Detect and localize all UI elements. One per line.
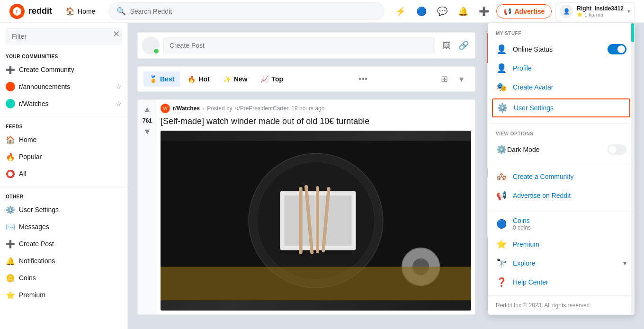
- sort-best-button[interactable]: 🏅 Best: [143, 71, 180, 87]
- sidebar-close-button[interactable]: ✕: [109, 27, 123, 41]
- dropdown-view-header: View Options: [488, 127, 634, 140]
- divider-2: [0, 186, 127, 187]
- explore-icon: 🔭: [496, 258, 507, 269]
- online-status-icon: 👤: [496, 44, 507, 55]
- dropdown-coins[interactable]: 🔵 Coins 0 coins: [488, 213, 634, 235]
- sidebar-item-user-settings[interactable]: ⚙️ User Settings: [0, 201, 127, 218]
- sidebar-item-create-post[interactable]: ➕ Create Post: [0, 235, 127, 252]
- sidebar-item-watches[interactable]: r/Watches ☆: [0, 95, 127, 112]
- post-meta: W r/Watches · Posted by u/PrePresidentCa…: [161, 104, 471, 113]
- online-status-toggle[interactable]: [608, 44, 626, 54]
- create-community-item[interactable]: ➕ Create Community: [0, 61, 127, 78]
- dark-mode-toggle[interactable]: [608, 144, 626, 155]
- add-icon-button[interactable]: ➕: [475, 3, 492, 20]
- view-toggle: ⊞ ▾: [437, 71, 469, 87]
- avatar-icon: 👤: [563, 8, 570, 15]
- explore-label: Explore: [513, 259, 617, 267]
- communities-section: YOUR COMMUNITIES: [0, 50, 127, 61]
- advertise-label: Advertise: [514, 8, 545, 15]
- sidebar-item-popular[interactable]: 🔥 Popular: [0, 148, 127, 165]
- post-posted-by: Posted by: [207, 105, 232, 112]
- image-upload-button[interactable]: 🖼: [439, 38, 454, 53]
- dropdown-user-settings[interactable]: ⚙️ User Settings: [492, 98, 630, 117]
- feed: 🖼 🔗 🏅 Best 🔥 Hot ✨ New: [137, 32, 475, 320]
- search-input[interactable]: [130, 8, 376, 15]
- sidebar-item-all[interactable]: ⭕ All: [0, 165, 127, 182]
- dropdown-profile[interactable]: 👤 Profile: [488, 59, 634, 78]
- sidebar-item-coins[interactable]: 🪙 Coins: [0, 269, 127, 286]
- svg-rect-9: [316, 187, 319, 254]
- dropdown-scrollbar[interactable]: [631, 23, 634, 314]
- create-post-input[interactable]: [163, 37, 435, 53]
- sort-more-button[interactable]: •••: [356, 71, 371, 87]
- coins-icon-button[interactable]: 🔵: [413, 3, 430, 20]
- vote-column: ▲ 761 ▼: [138, 100, 157, 314]
- link-button[interactable]: 🔗: [456, 38, 471, 53]
- premium-sidebar-label: Premium: [19, 291, 45, 299]
- chat-icon-button[interactable]: 💬: [434, 3, 451, 20]
- reddit-logo[interactable]: r reddit: [9, 4, 52, 19]
- advertise-dropdown-label: Advertise on Reddit: [513, 192, 626, 199]
- upvote-button[interactable]: ▲: [142, 104, 152, 116]
- user-settings-label: User Settings: [19, 206, 59, 213]
- reddit-logo-icon: r: [9, 4, 25, 19]
- sidebar-item-home[interactable]: 🏠 Home: [0, 131, 127, 148]
- sort-top-button[interactable]: 📈 Top: [255, 71, 289, 87]
- post-author[interactable]: u/PrePresidentCarter: [235, 105, 289, 112]
- popular-icon: 🔥: [6, 152, 15, 161]
- all-label: All: [19, 170, 27, 178]
- sidebar-item-announcements[interactable]: r/announcements ☆: [0, 78, 127, 95]
- watches-label: r/Watches: [19, 100, 49, 107]
- sidebar-item-premium[interactable]: ⭐ Premium: [0, 286, 127, 303]
- messages-icon: ✉️: [6, 222, 15, 231]
- search-bar[interactable]: 🔍: [108, 2, 385, 20]
- downvote-button[interactable]: ▼: [142, 126, 152, 138]
- dropdown-footer: Reddit Inc © 2023. All rights reserved: [488, 296, 634, 314]
- trending-icon-button[interactable]: ⚡: [392, 3, 409, 20]
- notifications-label: Notifications: [19, 257, 55, 265]
- snoo-icon: r: [12, 7, 22, 16]
- divider-1: [0, 116, 127, 116]
- dropdown-advertise[interactable]: 📢 Advertise on Reddit: [488, 186, 634, 205]
- dropdown-help[interactable]: ❓ Help Center: [488, 273, 634, 292]
- sort-new-button[interactable]: ✨ New: [217, 71, 253, 87]
- create-avatar-icon: 🎭: [496, 81, 507, 93]
- user-karma: ⭐ 1 karma: [577, 12, 624, 18]
- post-subreddit[interactable]: r/Watches: [173, 105, 200, 112]
- premium-dropdown-icon: ⭐: [496, 239, 507, 250]
- premium-dropdown-label: Premium: [513, 240, 626, 248]
- sidebar-item-notifications[interactable]: 🔔 Notifications: [0, 252, 127, 269]
- create-community-dropdown-label: Create a Community: [513, 173, 626, 180]
- user-menu[interactable]: 👤 Right_Inside3412 ⭐ 1 karma ▾: [555, 2, 635, 20]
- home-label: Home: [19, 136, 36, 143]
- plus-icon: ➕: [6, 65, 15, 74]
- notifications-icon-button[interactable]: 🔔: [455, 3, 472, 20]
- svg-rect-7: [299, 187, 303, 254]
- sidebar-item-messages[interactable]: ✉️ Messages: [0, 218, 127, 235]
- dropdown-create-avatar[interactable]: 🎭 Create Avatar: [488, 78, 634, 97]
- dropdown-explore[interactable]: 🔭 Explore ▾: [488, 254, 634, 273]
- dropdown-dark-mode[interactable]: ⚙️ Dark Mode: [488, 140, 634, 159]
- dark-mode-icon: ⚙️: [496, 144, 507, 155]
- view-compact-button[interactable]: ▾: [454, 71, 469, 87]
- logo-text: reddit: [28, 6, 52, 16]
- feeds-section-title: FEEDS: [6, 124, 122, 129]
- messages-label: Messages: [19, 223, 49, 231]
- nav-icons: ⚡ 🔵 💬 🔔 ➕ 📢 Advertise 👤 Right_Inside3412…: [392, 2, 635, 20]
- dropdown-community-section: 🏘️ Create a Community 📢 Advertise on Red…: [488, 163, 634, 209]
- dropdown-online-status[interactable]: 👤 Online Status: [488, 40, 634, 59]
- create-post-icons: 🖼 🔗: [439, 38, 471, 53]
- advertise-button[interactable]: 📢 Advertise: [496, 4, 552, 18]
- coins-info: Coins 0 coins: [513, 217, 626, 231]
- sort-hot-button[interactable]: 🔥 Hot: [182, 71, 215, 87]
- filter-input[interactable]: [6, 28, 122, 44]
- dropdown-premium[interactable]: ⭐ Premium: [488, 235, 634, 254]
- post-card[interactable]: ▲ 761 ▼ W r/Watches · Posted by u/PrePre…: [137, 99, 475, 315]
- view-card-button[interactable]: ⊞: [437, 71, 452, 87]
- user-info: Right_Inside3412 ⭐ 1 karma: [577, 5, 624, 18]
- home-nav-button[interactable]: 🏠 Home: [60, 4, 101, 18]
- announcements-icon: [6, 82, 15, 91]
- dropdown-create-community[interactable]: 🏘️ Create a Community: [488, 167, 634, 186]
- communities-section-title: YOUR COMMUNITIES: [6, 54, 122, 59]
- all-icon: ⭕: [6, 169, 15, 178]
